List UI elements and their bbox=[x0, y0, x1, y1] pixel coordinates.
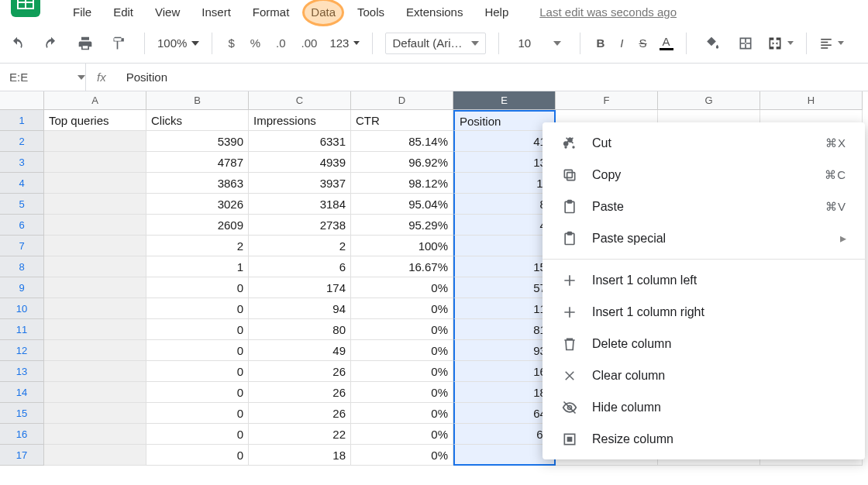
sheets-app-icon[interactable] bbox=[11, 0, 40, 17]
undo-button[interactable] bbox=[5, 31, 29, 56]
cell-D4[interactable]: 98.12% bbox=[351, 173, 453, 194]
cell-D2[interactable]: 85.14% bbox=[351, 131, 453, 152]
cell-A2[interactable] bbox=[44, 131, 146, 152]
cell-B3[interactable]: 4787 bbox=[146, 152, 249, 173]
cell-D9[interactable]: 0% bbox=[351, 277, 453, 298]
column-header-A[interactable]: A bbox=[44, 91, 146, 110]
cell-C14[interactable]: 26 bbox=[249, 382, 351, 403]
ctx-cut[interactable]: Cut ⌘X bbox=[542, 127, 865, 159]
row-header-14[interactable]: 14 bbox=[0, 382, 44, 403]
align-button[interactable] bbox=[819, 36, 844, 50]
menu-file[interactable]: File bbox=[62, 2, 102, 22]
cell-A3[interactable] bbox=[44, 152, 146, 173]
cell-C1[interactable]: Impressions bbox=[249, 110, 351, 131]
ctx-copy[interactable]: Copy ⌘C bbox=[542, 159, 865, 191]
cell-D7[interactable]: 100% bbox=[351, 236, 453, 256]
row-header-7[interactable]: 7 bbox=[0, 236, 44, 256]
cell-C15[interactable]: 26 bbox=[249, 403, 351, 424]
cell-D6[interactable]: 95.29% bbox=[351, 215, 453, 236]
cell-B9[interactable]: 0 bbox=[146, 277, 249, 298]
cell-D16[interactable]: 0% bbox=[351, 424, 453, 445]
name-box[interactable]: E:E bbox=[0, 71, 85, 84]
cell-B10[interactable]: 0 bbox=[146, 298, 249, 319]
cell-E8[interactable]: 15. bbox=[453, 256, 556, 277]
cell-C5[interactable]: 3184 bbox=[249, 194, 351, 215]
cell-E10[interactable]: 11. bbox=[453, 298, 556, 319]
cell-D8[interactable]: 16.67% bbox=[351, 256, 453, 277]
column-header-B[interactable]: B bbox=[146, 91, 249, 110]
cell-A1[interactable]: Top queries bbox=[44, 110, 146, 131]
more-formats-button[interactable]: 123 bbox=[329, 36, 360, 50]
ctx-hide-column[interactable]: Hide column bbox=[542, 391, 865, 423]
ctx-resize-column[interactable]: Resize column bbox=[542, 423, 865, 455]
row-header-10[interactable]: 10 bbox=[0, 298, 44, 319]
cell-E15[interactable]: 64. bbox=[453, 403, 556, 424]
cell-A16[interactable] bbox=[44, 424, 146, 445]
bold-button[interactable]: B bbox=[593, 36, 608, 50]
row-header-5[interactable]: 5 bbox=[0, 194, 44, 215]
text-color-button[interactable]: A bbox=[660, 36, 673, 50]
column-header-H[interactable]: H bbox=[760, 91, 863, 110]
cell-A13[interactable] bbox=[44, 361, 146, 382]
row-header-12[interactable]: 12 bbox=[0, 340, 44, 361]
cell-E4[interactable]: 19 bbox=[453, 173, 556, 194]
cell-A11[interactable] bbox=[44, 319, 146, 340]
column-header-E[interactable]: E bbox=[453, 91, 556, 110]
cell-A14[interactable] bbox=[44, 382, 146, 403]
cell-E5[interactable]: 8. bbox=[453, 194, 556, 215]
print-button[interactable] bbox=[73, 31, 98, 56]
cell-C2[interactable]: 6331 bbox=[249, 131, 351, 152]
borders-button[interactable] bbox=[733, 31, 758, 56]
cell-B17[interactable]: 0 bbox=[146, 445, 249, 466]
cell-D12[interactable]: 0% bbox=[351, 340, 453, 361]
cell-E7[interactable] bbox=[453, 236, 556, 256]
cell-E12[interactable]: 93. bbox=[453, 340, 556, 361]
cell-D17[interactable]: 0% bbox=[351, 445, 453, 466]
strike-button[interactable]: S bbox=[636, 36, 649, 50]
cell-A7[interactable] bbox=[44, 236, 146, 256]
menu-tools[interactable]: Tools bbox=[346, 2, 395, 22]
menu-extensions[interactable]: Extensions bbox=[395, 2, 474, 22]
cell-B4[interactable]: 3863 bbox=[146, 173, 249, 194]
cell-D14[interactable]: 0% bbox=[351, 382, 453, 403]
row-header-15[interactable]: 15 bbox=[0, 403, 44, 424]
cell-D3[interactable]: 96.92% bbox=[351, 152, 453, 173]
row-header-3[interactable]: 3 bbox=[0, 152, 44, 173]
cell-D15[interactable]: 0% bbox=[351, 403, 453, 424]
cell-E3[interactable]: 13. bbox=[453, 152, 556, 173]
ctx-clear-column[interactable]: Clear column bbox=[542, 359, 865, 391]
cell-E2[interactable]: 41. bbox=[453, 131, 556, 152]
cell-B11[interactable]: 0 bbox=[146, 319, 249, 340]
ctx-paste[interactable]: Paste ⌘V bbox=[542, 191, 865, 222]
cell-E9[interactable]: 57. bbox=[453, 277, 556, 298]
cell-A6[interactable] bbox=[44, 215, 146, 236]
cell-E16[interactable]: 65 bbox=[453, 424, 556, 445]
menu-view[interactable]: View bbox=[144, 2, 191, 22]
cell-E14[interactable]: 18. bbox=[453, 382, 556, 403]
italic-button[interactable]: I bbox=[617, 36, 626, 50]
cell-C6[interactable]: 2738 bbox=[249, 215, 351, 236]
cell-C10[interactable]: 94 bbox=[249, 298, 351, 319]
cell-B1[interactable]: Clicks bbox=[146, 110, 249, 131]
cell-E11[interactable]: 81. bbox=[453, 319, 556, 340]
column-header-G[interactable]: G bbox=[658, 91, 760, 110]
row-header-4[interactable]: 4 bbox=[0, 173, 44, 194]
cell-B15[interactable]: 0 bbox=[146, 403, 249, 424]
row-header-16[interactable]: 16 bbox=[0, 424, 44, 445]
row-header-1[interactable]: 1 bbox=[0, 110, 44, 131]
cell-D13[interactable]: 0% bbox=[351, 361, 453, 382]
formula-value[interactable]: Position bbox=[117, 71, 167, 84]
ctx-insert-left[interactable]: Insert 1 column left bbox=[542, 264, 865, 296]
cell-A15[interactable] bbox=[44, 403, 146, 424]
cell-B5[interactable]: 3026 bbox=[146, 194, 249, 215]
cell-A5[interactable] bbox=[44, 194, 146, 215]
cell-B12[interactable]: 0 bbox=[146, 340, 249, 361]
cell-C17[interactable]: 18 bbox=[249, 445, 351, 466]
fill-color-button[interactable] bbox=[699, 31, 724, 56]
select-all-corner[interactable] bbox=[0, 91, 44, 110]
cell-B13[interactable]: 0 bbox=[146, 361, 249, 382]
font-family-select[interactable]: Default (Ari… bbox=[385, 33, 486, 54]
cell-C12[interactable]: 49 bbox=[249, 340, 351, 361]
cell-C16[interactable]: 22 bbox=[249, 424, 351, 445]
row-header-11[interactable]: 11 bbox=[0, 319, 44, 340]
